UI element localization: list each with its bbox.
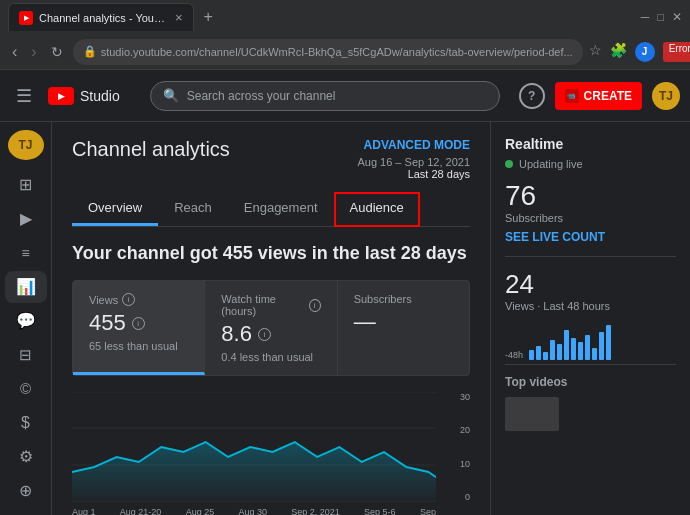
sidebar-item-feedback[interactable]: ⊕ bbox=[5, 475, 47, 507]
topbar: ☰ ▶ Studio 🔍 Search across your channel … bbox=[0, 70, 690, 122]
address-text: studio.youtube.com/channel/UCdkWmRcI-Bkh… bbox=[101, 46, 573, 58]
watchtime-info-icon2: i bbox=[258, 328, 271, 341]
tab-reach[interactable]: Reach bbox=[158, 192, 228, 226]
metric-subscribers[interactable]: Subscribers — bbox=[338, 281, 469, 375]
sidebar-item-copyright[interactable]: © bbox=[5, 373, 47, 405]
studio-label: Studio bbox=[80, 88, 120, 104]
headline-text: Your channel got 455 views in the last 2… bbox=[72, 243, 470, 264]
sidebar-item-comments[interactable]: 💬 bbox=[5, 305, 47, 337]
extensions-icon[interactable]: 🧩 bbox=[610, 42, 627, 62]
top-videos-label: Top videos bbox=[505, 375, 676, 389]
search-icon: 🔍 bbox=[163, 88, 179, 103]
sidebar-item-content[interactable]: ▶ bbox=[5, 202, 47, 234]
tabs-bar: Overview Reach Engagement Audience bbox=[72, 192, 470, 227]
metric-views-sub: 65 less than usual bbox=[89, 340, 188, 352]
create-camera-icon: 📹 bbox=[565, 89, 579, 103]
mini-chart: -48h bbox=[505, 320, 676, 360]
close-btn[interactable]: ✕ bbox=[672, 10, 682, 24]
date-period: Last 28 days bbox=[357, 168, 470, 180]
sidebar-item-analytics[interactable]: 📊 bbox=[5, 271, 47, 303]
live-indicator: Updating live bbox=[505, 158, 676, 170]
sidebar-item-subtitles[interactable]: ⊟ bbox=[5, 339, 47, 371]
views-48h-label: Views · Last 48 hours bbox=[505, 300, 676, 312]
realtime-title: Realtime bbox=[505, 136, 676, 152]
sidebar-item-playlists[interactable]: ≡ bbox=[5, 237, 47, 269]
date-range-text: Aug 16 – Sep 12, 2021 bbox=[357, 156, 470, 168]
metric-views-value: 455 i bbox=[89, 310, 188, 336]
tab-title: Channel analytics - YouTube Stu... bbox=[39, 12, 169, 24]
tab-overview[interactable]: Overview bbox=[72, 192, 158, 226]
metric-watchtime-label: Watch time (hours) i bbox=[221, 293, 320, 317]
error-badge[interactable]: Error bbox=[663, 42, 690, 62]
metric-views[interactable]: Views i 455 i 65 less than usual bbox=[73, 281, 205, 375]
views-48h-count: 24 bbox=[505, 269, 676, 300]
views-info-icon2: i bbox=[132, 317, 145, 330]
analytics-title: Channel analytics bbox=[72, 138, 230, 161]
subscribers-count: 76 bbox=[505, 180, 676, 212]
metric-subscribers-value: — bbox=[354, 309, 453, 335]
advanced-mode-btn[interactable]: ADVANCED MODE bbox=[357, 138, 470, 152]
right-panel: Realtime Updating live 76 Subscribers SE… bbox=[490, 122, 690, 515]
live-dot bbox=[505, 160, 513, 168]
tab-engagement[interactable]: Engagement bbox=[228, 192, 334, 226]
address-bar-actions: ☆ 🧩 J Error ⋮ bbox=[589, 42, 690, 62]
yt-logo: ▶ Studio bbox=[48, 87, 120, 105]
new-tab-btn[interactable]: + bbox=[198, 8, 219, 26]
top-video-item[interactable] bbox=[505, 397, 676, 431]
search-placeholder: Search across your channel bbox=[187, 89, 336, 103]
search-bar-container[interactable]: 🔍 Search across your channel bbox=[150, 81, 500, 111]
sidebar-item-dashboard[interactable]: ⊞ bbox=[5, 168, 47, 200]
lock-icon: 🔒 bbox=[83, 45, 97, 58]
address-bar[interactable]: 🔒 studio.youtube.com/channel/UCdkWmRcI-B… bbox=[73, 39, 583, 65]
subscribers-label: Subscribers bbox=[505, 212, 676, 224]
chart-container: 30 20 10 0 bbox=[72, 392, 470, 515]
create-button[interactable]: 📹 CREATE bbox=[555, 82, 642, 110]
metric-watchtime[interactable]: Watch time (hours) i 8.6 i 0.4 less than… bbox=[205, 281, 337, 375]
account-icon[interactable]: J bbox=[635, 42, 655, 62]
metric-watchtime-value: 8.6 i bbox=[221, 321, 320, 347]
address-bar-row: ‹ › ↻ 🔒 studio.youtube.com/channel/UCdkW… bbox=[0, 34, 690, 70]
help-button[interactable]: ? bbox=[519, 83, 545, 109]
sidebar-avatar[interactable]: TJ bbox=[8, 130, 44, 160]
browser-title-bar: ▶ Channel analytics - YouTube Stu... × +… bbox=[0, 0, 690, 34]
back-btn[interactable]: ‹ bbox=[8, 39, 21, 65]
main-content: Channel analytics ADVANCED MODE Aug 16 –… bbox=[52, 122, 490, 515]
views-info-icon: i bbox=[122, 293, 135, 306]
create-label: CREATE bbox=[584, 89, 632, 103]
search-input[interactable]: 🔍 Search across your channel bbox=[150, 81, 500, 111]
minimize-btn[interactable]: ─ bbox=[641, 10, 650, 24]
metric-watchtime-sub: 0.4 less than usual bbox=[221, 351, 320, 363]
sidebar-item-monetization[interactable]: $ bbox=[5, 407, 47, 439]
maximize-btn[interactable]: □ bbox=[657, 11, 664, 23]
watchtime-info-icon: i bbox=[309, 299, 321, 312]
video-thumbnail bbox=[505, 397, 559, 431]
metric-views-label: Views i bbox=[89, 293, 188, 306]
analytics-header: Channel analytics ADVANCED MODE Aug 16 –… bbox=[72, 138, 470, 180]
browser-tab[interactable]: ▶ Channel analytics - YouTube Stu... × bbox=[8, 3, 194, 31]
refresh-btn[interactable]: ↻ bbox=[47, 40, 67, 64]
tab-audience[interactable]: Audience bbox=[334, 192, 420, 227]
metrics-row: Views i 455 i 65 less than usual Watch t… bbox=[72, 280, 470, 376]
user-avatar[interactable]: TJ bbox=[652, 82, 680, 110]
see-live-count-btn[interactable]: SEE LIVE COUNT bbox=[505, 230, 676, 244]
yt-icon: ▶ bbox=[48, 87, 74, 105]
forward-btn[interactable]: › bbox=[27, 39, 40, 65]
tab-close-btn[interactable]: × bbox=[175, 10, 183, 25]
divider2 bbox=[505, 364, 676, 365]
line-chart bbox=[72, 392, 436, 502]
topbar-right: ? 📹 CREATE TJ bbox=[519, 82, 680, 110]
metric-subscribers-label: Subscribers bbox=[354, 293, 453, 305]
bookmark-icon[interactable]: ☆ bbox=[589, 42, 602, 62]
mini-time-label: -48h bbox=[505, 350, 523, 360]
divider1 bbox=[505, 256, 676, 257]
hamburger-menu[interactable]: ☰ bbox=[10, 79, 38, 113]
sidebar-item-settings[interactable]: ⚙ bbox=[5, 441, 47, 473]
tab-favicon: ▶ bbox=[19, 11, 33, 25]
sidebar: TJ ⊞ ▶ ≡ 📊 💬 ⊟ © $ ⚙ ⊕ bbox=[0, 122, 52, 515]
